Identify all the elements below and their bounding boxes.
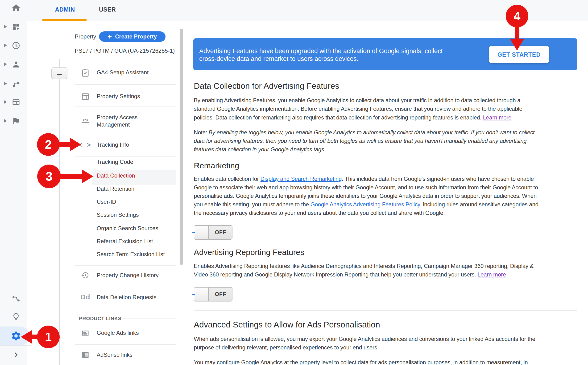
remarketing-line2: Google to associate their web and app br… [194, 184, 538, 191]
divider [75, 309, 176, 309]
advertising-features-policy-link[interactable]: Google Analytics Advertising Features Po… [311, 201, 420, 208]
product-links-section-header: PRODUCT LINKS [79, 316, 122, 321]
tab-admin[interactable]: ADMIN [51, 6, 79, 13]
note-prefix: Note: [194, 129, 209, 135]
admin-gear-icon[interactable] [11, 330, 21, 342]
learn-more-link[interactable]: Learn more [483, 114, 512, 121]
attribution-route-icon[interactable] [11, 295, 21, 305]
annotation-step-2: 2 [37, 133, 60, 156]
banner-text-line2: cross-device data and remarket to users … [199, 55, 358, 63]
realtime-clock-icon[interactable] [12, 41, 20, 50]
reporting-line1: Enables Advertising Reporting features l… [194, 263, 534, 269]
toggle-focus-dash [192, 232, 195, 233]
annotation-arrow-3-head [82, 169, 93, 183]
menu-item-session-settings[interactable]: Session Settings [97, 211, 139, 218]
collapse-chevron-icon[interactable] [12, 351, 20, 359]
adsense-links-icon [81, 351, 90, 359]
divider [75, 134, 176, 134]
annotation-arrow-2-shaft [58, 142, 70, 147]
conversions-flag-icon[interactable] [12, 117, 20, 125]
intro-line3: policies. Data collection for remarketin… [194, 114, 511, 121]
acquisition-icon[interactable] [12, 80, 20, 88]
advanced-line1: When ads personalisation is allowed, you… [194, 336, 535, 342]
page-title: Data Collection for Advertising Features [194, 81, 339, 91]
expand-acquisition-icon[interactable] [4, 82, 7, 85]
audience-person-icon[interactable] [12, 60, 20, 69]
ga-admin-page: ADMIN USER Property + Create [0, 0, 588, 365]
divider [75, 84, 176, 85]
menu-item-google-ads-links[interactable]: Google Ads links [97, 330, 139, 336]
behavior-table-icon[interactable] [12, 98, 20, 106]
menu-scrollbar[interactable] [180, 29, 183, 265]
menu-item-tracking-info[interactable]: Tracking Info [97, 141, 129, 148]
advanced-settings-heading: Advanced Settings to Allow for Ads Perso… [194, 320, 380, 329]
property-column-label: Property [75, 33, 96, 40]
advanced-line3: You may configure Google Analytics at th… [194, 359, 528, 365]
note-line1-italic: By enabling the toggles below, you enabl… [209, 129, 534, 135]
customization-icon[interactable] [12, 23, 20, 31]
menu-item-property-change-history[interactable]: Property Change History [97, 272, 159, 279]
note-line2: data for advertising features, then you … [194, 138, 527, 144]
menu-item-data-collection[interactable]: Data Collection [97, 172, 135, 179]
tab-user[interactable]: USER [94, 6, 121, 13]
create-property-button[interactable]: + Create Property [99, 31, 166, 42]
toggle-focus-dash [192, 294, 195, 295]
menu-item-property-settings[interactable]: Property Settings [97, 93, 140, 100]
active-tab-underline [42, 19, 87, 21]
divider [122, 318, 176, 319]
remarketing-heading: Remarketing [194, 161, 239, 170]
data-deletion-dd-icon: Dd [81, 293, 90, 301]
divider [75, 344, 176, 345]
menu-item-ga4-setup-assistant[interactable]: GA4 Setup Assistant [97, 69, 149, 76]
annotation-step-1: 1 [37, 326, 60, 348]
intro-line1: By enabling Advertising Features, you en… [194, 97, 520, 104]
discover-lightbulb-icon[interactable] [12, 312, 20, 321]
toggle-off-label: OFF [209, 288, 232, 301]
menu-item-tracking-code[interactable]: Tracking Code [97, 159, 133, 165]
annotation-arrow-3-shaft [59, 174, 82, 179]
divider [75, 287, 176, 287]
panel-divider-line [59, 59, 60, 365]
banner-text-line1: Advertising Features have been upgraded … [199, 48, 443, 55]
reporting-toggle[interactable]: OFF [194, 287, 232, 302]
menu-item-organic-search-sources[interactable]: Organic Search Sources [97, 225, 158, 232]
plus-icon: + [108, 33, 112, 40]
remarketing-toggle[interactable]: OFF [194, 225, 232, 240]
divider [0, 345, 31, 346]
expand-conversions-icon[interactable] [4, 119, 7, 123]
menu-item-search-term-exclusion-list[interactable]: Search Term Exclusion List [97, 251, 165, 258]
pam-line1: Property Access [97, 113, 137, 121]
menu-item-data-retention[interactable]: Data Retention [97, 186, 134, 192]
reporting-line2: Video 360 reporting and Google Display N… [194, 271, 506, 278]
toggle-knob [194, 288, 209, 301]
property-settings-icon [81, 92, 90, 101]
create-property-label: Create Property [115, 34, 157, 40]
pam-line2: Management [97, 121, 137, 128]
expand-reports-icon[interactable] [4, 25, 7, 28]
property-selector[interactable]: PS17 / PGTM / GUA (UA-215726255-1) [75, 48, 175, 54]
menu-item-property-access-management[interactable]: Property Access Management [97, 113, 137, 128]
home-icon[interactable] [11, 3, 21, 13]
remarketing-line4-post: , including rules around sensitive categ… [420, 201, 539, 208]
remarketing-line3: personalise ads. Google Analytics tempor… [194, 193, 537, 199]
expand-behavior-icon[interactable] [4, 100, 7, 104]
remarketing-line1-pre: Enables data collection for [194, 176, 261, 182]
expand-audience-icon[interactable] [4, 63, 7, 66]
google-ads-links-icon [81, 329, 90, 337]
display-search-remarketing-link[interactable]: Display and Search Remarketing [261, 176, 342, 182]
menu-item-user-id[interactable]: User-ID [97, 199, 116, 205]
divider [75, 56, 176, 56]
reporting-line2-pre: Video 360 reporting and Google Display N… [194, 271, 477, 278]
ga4-setup-assistant-icon [81, 69, 90, 77]
menu-item-data-deletion-requests[interactable]: Data Deletion Requests [97, 294, 156, 301]
note-line1: Note: By enabling the toggles below, you… [194, 129, 534, 136]
remarketing-line1-post: . This includes data from Google's signe… [342, 176, 534, 182]
left-nav-rail [0, 0, 27, 365]
menu-item-adsense-links[interactable]: AdSense links [97, 351, 133, 358]
learn-more-link-2[interactable]: Learn more [477, 271, 506, 278]
property-change-history-icon [81, 271, 90, 280]
menu-item-referral-exclusion-list[interactable]: Referral Exclusion List [97, 238, 153, 245]
property-access-management-icon [81, 117, 90, 125]
expand-realtime-icon[interactable] [4, 44, 7, 47]
collapse-panel-button[interactable]: ← [51, 67, 68, 79]
